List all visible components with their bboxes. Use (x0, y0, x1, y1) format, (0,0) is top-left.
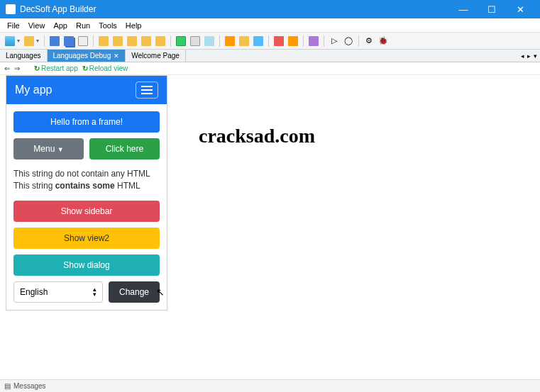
language-selected: English (20, 287, 48, 297)
separator (93, 35, 94, 47)
document-tabs: Languages Languages Debug ✕ Welcome Page… (0, 50, 540, 62)
stop-icon[interactable]: ◯ (342, 35, 355, 47)
save-all-icon[interactable] (62, 35, 75, 47)
text-line-1: This string do not contain any HTML (13, 168, 160, 180)
chevron-down-icon: ▼ (57, 146, 64, 153)
app-preview-frame: My app Hello from a frame! Menu ▼ Click … (6, 75, 167, 310)
minimize-button[interactable]: — (449, 0, 478, 18)
separator (358, 35, 359, 47)
menu-run[interactable]: Run (72, 20, 94, 31)
menu-tools[interactable]: Tools (94, 20, 121, 31)
restart-app-button[interactable]: Restart app (34, 65, 78, 72)
folder-open-icon[interactable] (111, 35, 124, 47)
titlebar: DecSoft App Builder — ☐ ✕ (0, 0, 540, 18)
device-icon[interactable] (189, 35, 202, 47)
separator (268, 35, 269, 47)
app-body: Hello from a frame! Menu ▼ Click here Th… (6, 104, 167, 310)
build-icon[interactable] (287, 35, 299, 47)
open-icon[interactable] (23, 35, 35, 47)
hamburger-icon[interactable] (136, 82, 158, 99)
wand-icon[interactable] (307, 35, 320, 47)
separator (44, 35, 45, 47)
menu-dropdown-button[interactable]: Menu ▼ (13, 138, 84, 159)
toolbar: ▾ ▾ ▷ ◯ ⚙ 🐞 (0, 33, 540, 50)
lang-icon[interactable] (272, 35, 285, 47)
messages-label[interactable]: Messages (13, 382, 46, 390)
app-icon (6, 4, 16, 14)
export-icon[interactable] (224, 35, 236, 47)
tab-label: Welcome Page (131, 52, 180, 60)
tab-prev-icon[interactable]: ◂ (521, 52, 524, 60)
forward-icon[interactable]: ⇒ (14, 65, 20, 72)
monitor-icon[interactable] (175, 35, 187, 47)
tab-next-icon[interactable]: ▸ (527, 52, 531, 60)
close-tab-icon[interactable]: ✕ (114, 52, 119, 60)
show-view2-button[interactable]: Show view2 (13, 228, 160, 249)
separator (170, 35, 171, 47)
layout-icon[interactable] (252, 35, 265, 47)
folder-run-icon[interactable] (154, 35, 167, 47)
app-header: My app (6, 76, 167, 104)
watermark-text: cracksad.com (199, 125, 315, 147)
window-title: DecSoft App Builder (20, 4, 449, 14)
plain-text-line: This string do not contain any HTML This… (13, 168, 160, 192)
messages-icon[interactable]: ▤ (4, 382, 11, 390)
menu-file[interactable]: File (3, 20, 24, 31)
tab-menu-icon[interactable]: ▾ (534, 52, 537, 60)
copy-icon[interactable] (77, 35, 89, 47)
folder-icon[interactable] (97, 35, 110, 47)
menu-help[interactable]: Help (121, 20, 146, 31)
change-button[interactable]: Change (109, 281, 160, 303)
bug-icon[interactable]: 🐞 (377, 35, 390, 47)
hello-frame-button[interactable]: Hello from a frame! (13, 111, 160, 133)
menu-view[interactable]: View (24, 20, 50, 31)
tab-languages-debug[interactable]: Languages Debug ✕ (48, 50, 126, 62)
reload-view-button[interactable]: Reload view (82, 65, 128, 72)
package-icon[interactable] (238, 35, 250, 47)
separator (303, 35, 304, 47)
language-select[interactable]: English ▴▾ (13, 281, 103, 303)
tab-label: Languages (6, 52, 41, 60)
maximize-button[interactable]: ☐ (478, 0, 506, 18)
debug-toolbar: ⇐ ⇒ Restart app Reload view (0, 62, 540, 75)
folder-add-icon[interactable] (126, 35, 138, 47)
tab-nav-arrows: ◂ ▸ ▾ (518, 50, 540, 62)
back-icon[interactable]: ⇐ (4, 65, 10, 72)
menu-app[interactable]: App (49, 20, 72, 31)
menu-button-label: Menu (33, 144, 55, 154)
workspace: My app Hello from a frame! Menu ▼ Click … (0, 75, 540, 379)
tab-languages[interactable]: Languages (0, 50, 48, 62)
new-icon[interactable] (4, 35, 16, 47)
play-icon[interactable]: ▷ (328, 35, 341, 47)
menubar: File View App Run Tools Help (0, 18, 540, 33)
tab-label: Languages Debug (53, 52, 111, 60)
close-button[interactable]: ✕ (506, 0, 534, 18)
tab-welcome-page[interactable]: Welcome Page (126, 50, 186, 62)
separator (324, 35, 324, 47)
select-updown-icon: ▴▾ (93, 287, 97, 296)
text-line-2: This string contains some HTML (13, 180, 160, 192)
mobile-icon[interactable] (203, 35, 216, 47)
mouse-cursor-icon: ↖ (156, 286, 165, 298)
click-here-button[interactable]: Click here (89, 138, 160, 159)
open-dropdown-icon[interactable]: ▾ (35, 35, 40, 47)
statusbar: ▤ Messages (0, 379, 540, 392)
gear-icon[interactable]: ⚙ (363, 35, 375, 47)
app-title: My app (15, 84, 52, 96)
folder-gear-icon[interactable] (140, 35, 153, 47)
save-icon[interactable] (48, 35, 61, 47)
show-dialog-button[interactable]: Show dialog (13, 254, 160, 276)
separator (219, 35, 220, 47)
show-sidebar-button[interactable]: Show sidebar (13, 201, 160, 222)
new-dropdown-icon[interactable]: ▾ (16, 35, 21, 47)
